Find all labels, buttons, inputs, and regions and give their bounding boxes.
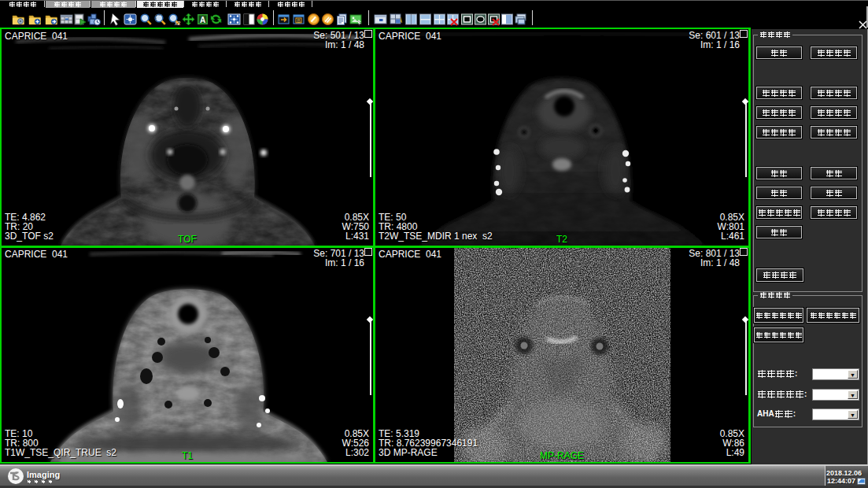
svg-text:B: B xyxy=(297,18,301,24)
svg-text:A: A xyxy=(200,16,205,24)
svg-text:x2: x2 xyxy=(175,20,181,26)
